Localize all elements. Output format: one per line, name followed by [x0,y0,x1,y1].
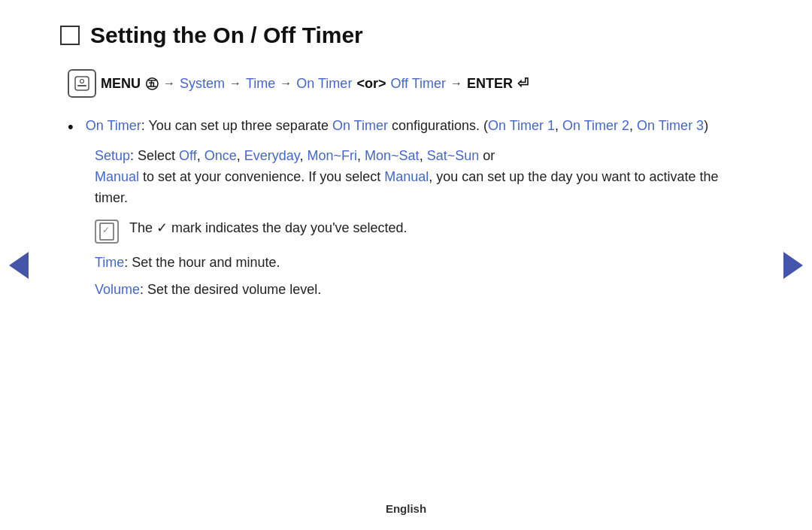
footer: English [0,502,812,515]
arrow-3: → [280,77,292,90]
arrow-4: → [450,77,462,90]
once-option: Once [205,148,237,163]
on-timer-mid: On Timer [332,118,388,133]
menu-label: MENU [101,76,141,92]
on-timer-desc2: configurations. ( [388,118,488,133]
menu-suffix: ㊄ [145,74,159,92]
on-timer-text: On Timer: You can set up three separate … [86,116,708,137]
prev-page-button[interactable] [8,247,30,284]
on-timer-desc1: : You can set up three separate [141,118,332,133]
menu-path: MENU ㊄ → System → Time → On Timer <or> O… [68,69,752,98]
svg-rect-2 [77,85,86,86]
off-timer-menu-label: Off Timer [390,76,446,92]
comma7: , [420,148,427,163]
enter-icon: ⏎ [517,75,529,92]
note-text: The ✓ mark indicates the day you've sele… [129,218,408,239]
comma2: , [629,118,637,133]
setup-desc: : Select [130,148,179,163]
time-sub-label: Time [95,255,124,270]
comma3: , [197,148,205,163]
right-arrow-icon [783,252,803,279]
comma6: , [357,148,365,163]
setup-item: Setup: Select Off, Once, Everyday, Mon~F… [95,146,752,209]
note-icon [95,220,119,244]
time-desc: : Set the hour and minute. [124,255,280,270]
volume-desc: : Set the desired volume level. [140,282,321,297]
next-page-button[interactable] [782,247,804,284]
system-label: System [180,76,225,92]
footer-language: English [386,502,426,515]
manual-desc1: to set at your convenience. If you selec… [139,169,384,184]
note-row: The ✓ mark indicates the day you've sele… [95,218,752,244]
or-word: or [479,148,495,163]
left-arrow-icon [9,252,29,279]
on-timer-3: On Timer 3 [637,118,704,133]
time-item: Time: Set the hour and minute. [95,253,752,274]
setup-label: Setup [95,148,130,163]
manual-label: Manual [95,169,139,184]
content-area: • On Timer: You can set up three separat… [68,116,752,300]
on-timer-1: On Timer 1 [488,118,555,133]
comma5: , [300,148,308,163]
everyday-option: Everyday [244,148,300,163]
menu-remote-icon [68,69,96,98]
title-row: Setting the On / Off Timer [60,23,752,48]
on-timer-2: On Timer 2 [562,118,629,133]
checkbox-icon [60,26,80,45]
enter-label: ENTER [467,76,513,92]
or-label: <or> [356,76,386,92]
volume-item: Volume: Set the desired volume level. [95,280,752,301]
manual-label-2: Manual [384,169,429,184]
on-timer-bullet: • On Timer: You can set up three separat… [68,116,752,137]
on-timer-label: On Timer [86,118,141,133]
time-label: Time [246,76,275,92]
on-timer-menu-label: On Timer [296,76,352,92]
page-title: Setting the On / Off Timer [90,23,363,48]
arrow-1: → [163,77,175,90]
volume-label: Volume [95,282,140,297]
mon-sat-option: Mon~Sat [365,148,420,163]
arrow-2: → [229,77,241,90]
comma1: , [555,118,562,133]
mon-fri-option: Mon~Fri [308,148,358,163]
sat-sun-option: Sat~Sun [427,148,480,163]
on-timer-close: ) [704,118,708,133]
off-option: Off [179,148,197,163]
svg-point-1 [80,80,84,83]
bullet-dot: • [68,117,74,137]
comma4: , [237,148,244,163]
page-container: Setting the On / Off Timer MENU ㊄ → Syst… [0,0,812,530]
